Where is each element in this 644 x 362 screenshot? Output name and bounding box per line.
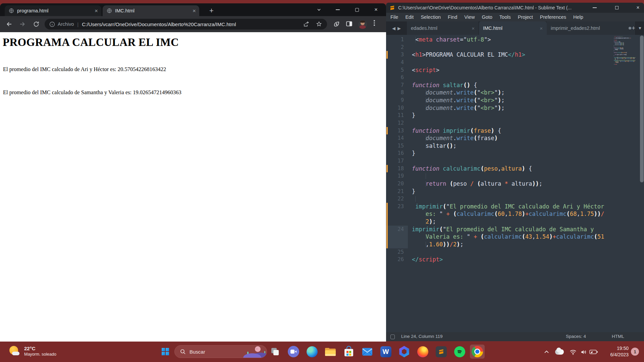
code-editor[interactable]: 1 <meta charset="utf-8">23<h1>PROGRAMA C… [386, 35, 644, 332]
menu-selection[interactable]: Selection [421, 14, 441, 20]
clock-widget[interactable]: 19:50 6/4/2023 [594, 345, 629, 358]
tab-close-icon[interactable]: × [540, 25, 543, 31]
minimize-button[interactable] [330, 3, 345, 16]
line-number: 25 [386, 248, 404, 256]
bookmark-star-icon[interactable] [316, 21, 322, 27]
tray-expand-button[interactable] [541, 347, 552, 357]
sublime-close-button[interactable]: × [631, 3, 644, 13]
tab-close-icon[interactable]: × [95, 8, 98, 14]
new-file-tab-button[interactable]: + [632, 24, 635, 32]
url-text[interactable]: C:/Users/vcarr/OneDrive/Documentos/Alber… [82, 21, 299, 27]
line-number: 8 [386, 89, 404, 97]
syntax-label[interactable]: HTML [612, 334, 624, 339]
weather-widget[interactable]: 22°C Mayorm. soleado [8, 345, 56, 358]
taskbar-app-microsoft-365[interactable] [397, 345, 412, 359]
code-line: 19 [386, 172, 644, 180]
tab-close-icon[interactable]: × [472, 25, 475, 31]
taskbar-app-chrome[interactable] [470, 345, 485, 359]
taskbar-app-microsoft-store[interactable] [341, 345, 356, 359]
start-button[interactable] [158, 345, 173, 359]
taskbar-app-mail[interactable] [360, 345, 375, 359]
tab-search-button[interactable] [311, 3, 327, 16]
menu-view[interactable]: View [464, 14, 475, 20]
taskbar-app-sublime-text[interactable] [434, 345, 448, 359]
browser-page: PROGRAMA CALCULAR EL IMC El promedio del… [0, 32, 386, 342]
chrome-icon [472, 346, 483, 357]
page-result-line: El promedio del IMC calculado de Samanth… [3, 89, 181, 96]
tab-scroll-arrows[interactable]: ◀▶ [386, 21, 407, 35]
tray-wifi[interactable] [568, 347, 578, 357]
battery-saver-button[interactable] [333, 20, 340, 28]
line-number: 20 [386, 180, 404, 188]
line-number: 12 [386, 119, 404, 127]
menu-help[interactable]: Help [573, 14, 583, 20]
browser-tab-programa.html[interactable]: programa.html× [5, 5, 101, 16]
browser-tab-IMC.html[interactable]: IMC.html× [103, 5, 199, 16]
line-number: 16 [386, 149, 404, 157]
line-number [386, 210, 404, 218]
close-icon: × [636, 5, 639, 11]
side-panel-button[interactable] [345, 20, 353, 27]
minimap[interactable]: <meta charset="utf-8"><h1>PROGRAMA CALCU… [613, 36, 639, 80]
line-number: 24 [386, 226, 404, 233]
url-separator: | [77, 21, 78, 27]
forward-button[interactable] [19, 20, 26, 28]
reload-button[interactable] [33, 20, 40, 28]
menu-goto[interactable]: Goto [482, 14, 492, 20]
chrome-toolbar: Archivo | C:/Users/vcarr/OneDrive/Docume… [0, 16, 386, 32]
line-number: 3 [386, 51, 404, 59]
taskbar-app-chat[interactable] [286, 345, 301, 359]
tab-overflow-button[interactable]: ▼ [638, 26, 642, 31]
menu-find[interactable]: Find [448, 14, 457, 20]
menu-preferences[interactable]: Preferences [540, 14, 566, 20]
tray-onedrive[interactable] [554, 347, 565, 357]
tab-title: edades.html [411, 25, 468, 31]
sublime-maximize-button[interactable] [609, 3, 624, 13]
new-tab-button[interactable]: + [209, 6, 214, 15]
line-number: 17 [386, 157, 404, 165]
editor-tab-IMC.html[interactable]: IMC.html× [479, 21, 547, 35]
info-icon[interactable] [49, 21, 55, 27]
taskbar-search[interactable]: Buscar [174, 345, 267, 358]
tab-close-icon[interactable]: × [193, 8, 196, 14]
unsaved-dot-icon [629, 27, 631, 29]
chrome-menu-button[interactable] [374, 20, 375, 26]
taskbar-app-word[interactable]: W [378, 345, 393, 359]
menu-project[interactable]: Project [518, 14, 533, 20]
task-view-icon [268, 345, 282, 359]
profile-avatar[interactable] [358, 20, 367, 29]
sublime-title-bar: C:\Users\vcarr\OneDrive\Documentos\Alber… [386, 3, 644, 13]
close-button[interactable]: × [368, 3, 384, 16]
editor-tab-imprimir_edades2.html[interactable]: imprimir_edades2.html [547, 21, 636, 35]
chat-icon [288, 346, 299, 357]
menu-tools[interactable]: Tools [499, 14, 511, 20]
wifi-icon [570, 349, 577, 355]
back-button[interactable] [5, 20, 13, 28]
code-line: 17 [386, 157, 644, 165]
indent-setting[interactable]: Spaces: 4 [566, 334, 586, 339]
scrollbar-thumb[interactable] [640, 36, 644, 182]
code-line: 2 [386, 44, 644, 51]
taskbar-app-file-explorer[interactable] [323, 345, 338, 359]
code-line: 13function imprimir(frase) { [386, 127, 644, 135]
task-view-button[interactable] [268, 345, 282, 359]
sublime-minimize-button[interactable] [587, 3, 602, 13]
code-line: 21} [386, 188, 644, 195]
share-icon[interactable] [303, 21, 310, 27]
url-scheme-label: Archivo [58, 21, 74, 27]
tray-volume[interactable] [578, 347, 589, 357]
notification-badge[interactable]: 1 [631, 348, 639, 356]
menu-file[interactable]: File [390, 14, 398, 20]
taskbar-app-spotify[interactable] [452, 345, 467, 359]
selection-mode-icon[interactable] [390, 335, 395, 339]
sublime-text-icon [436, 346, 447, 357]
taskbar-app-edge[interactable] [305, 345, 319, 359]
address-bar[interactable]: Archivo | C:/Users/vcarr/OneDrive/Docume… [45, 19, 327, 29]
maximize-button[interactable] [349, 3, 365, 16]
menu-edit[interactable]: Edit [405, 14, 414, 20]
code-line: 14 document.write(frase) [386, 134, 644, 142]
line-number: 9 [386, 97, 404, 104]
code-area: 1 <meta charset="utf-8">23<h1>PROGRAMA C… [386, 36, 644, 263]
editor-tab-edades.html[interactable]: edades.html× [407, 21, 479, 35]
taskbar-app-firefox[interactable] [415, 345, 430, 359]
